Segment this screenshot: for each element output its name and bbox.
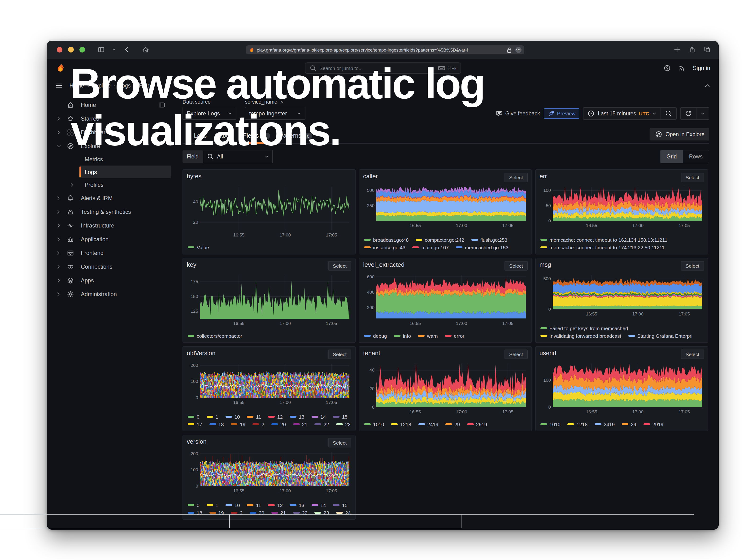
legend-item[interactable]: 1010: [364, 421, 384, 427]
url-options-icon[interactable]: •••: [515, 47, 521, 53]
legend-item[interactable]: collectors/compactor: [188, 333, 242, 339]
legend-item[interactable]: 14: [311, 414, 326, 420]
help-icon[interactable]: [663, 64, 671, 72]
legend-item[interactable]: info: [394, 333, 411, 339]
legend-item[interactable]: 12: [268, 414, 283, 420]
breadcrumb-item-home[interactable]: Home: [70, 83, 84, 89]
legend-item[interactable]: memcache: connect timeout to 174.213.22.…: [540, 244, 664, 250]
new-tab-icon[interactable]: [673, 46, 681, 53]
sidebar-item-alerts-irm[interactable]: Alerts & IRM: [47, 191, 175, 205]
refresh-button[interactable]: [680, 107, 697, 120]
legend-item[interactable]: 23: [336, 421, 350, 427]
sidebar-item-logs[interactable]: Logs: [79, 166, 171, 178]
select-button[interactable]: Select: [681, 350, 704, 359]
chevron-right-icon[interactable]: [55, 235, 62, 243]
give-feedback-button[interactable]: Give feedback: [495, 110, 540, 117]
breadcrumb-item-logs[interactable]: Logs: [119, 83, 131, 89]
legend-item[interactable]: 0: [188, 414, 200, 420]
legend-item[interactable]: error: [445, 333, 464, 339]
sidebar-item-connections[interactable]: Connections: [47, 260, 175, 273]
legend-item[interactable]: 24: [336, 510, 350, 516]
legend-item[interactable]: 29: [622, 421, 636, 427]
legend-item[interactable]: 11: [247, 414, 261, 420]
legend-item[interactable]: 1010: [540, 421, 561, 427]
legend-item[interactable]: debug: [364, 333, 387, 339]
legend-item[interactable]: memcached.go:153: [456, 244, 508, 250]
legend-item[interactable]: Starting Grafana Enterpri: [628, 333, 693, 339]
service-name-select[interactable]: tempo-ingester: [245, 107, 305, 120]
window-zoom-button[interactable]: [79, 47, 85, 52]
select-button[interactable]: Select: [505, 350, 528, 359]
legend-item[interactable]: 21: [293, 421, 307, 427]
window-close-button[interactable]: [57, 47, 63, 52]
select-button[interactable]: Select: [328, 438, 351, 447]
grafana-logo-icon[interactable]: [55, 63, 65, 73]
legend-item[interactable]: 19: [209, 510, 224, 516]
legend-item[interactable]: 1: [207, 414, 218, 420]
legend-item[interactable]: 20: [272, 421, 286, 427]
legend-item[interactable]: 2419: [594, 421, 615, 427]
legend-item[interactable]: 15: [333, 502, 348, 508]
legend-item[interactable]: 13: [290, 414, 304, 420]
select-button[interactable]: Select: [328, 261, 351, 271]
tab-logs[interactable]: Logs: [189, 133, 211, 143]
open-in-explore-button[interactable]: Open in Explore: [650, 128, 709, 140]
legend-item[interactable]: 1218: [568, 421, 588, 427]
breadcrumb-item-fields[interactable]: Fields: [139, 83, 153, 89]
back-icon[interactable]: [123, 46, 131, 53]
sidebar-item-apps[interactable]: Apps: [47, 273, 175, 287]
tab-labels[interactable]: Labels: [211, 133, 238, 143]
news-icon[interactable]: [678, 64, 686, 72]
legend-item[interactable]: 13: [290, 502, 304, 508]
chevron-right-icon[interactable]: [55, 263, 62, 270]
zoom-out-button[interactable]: [661, 107, 677, 120]
sidebar-item-starred[interactable]: Starred: [47, 112, 175, 125]
tabs-overview-icon[interactable]: [704, 46, 711, 53]
select-button[interactable]: Select: [505, 261, 528, 271]
legend-item[interactable]: 18: [209, 421, 224, 427]
legend-item[interactable]: Invalidating forwarded broadcast: [540, 333, 621, 339]
select-button[interactable]: Select: [681, 261, 704, 271]
chevron-right-icon[interactable]: [55, 249, 62, 257]
legend-item[interactable]: 2: [231, 510, 243, 516]
select-button[interactable]: Select: [681, 173, 704, 182]
sidebar-item-home[interactable]: Home: [47, 98, 175, 112]
sidebar-item-frontend[interactable]: Frontend: [47, 246, 175, 260]
search-input[interactable]: Search or jump to... ⌘+k: [305, 63, 461, 74]
sidebar-item-administration[interactable]: Administration: [47, 287, 175, 301]
legend-item[interactable]: 2919: [644, 421, 663, 427]
dock-icon[interactable]: [158, 101, 165, 109]
legend-item[interactable]: 1: [207, 502, 218, 508]
browser-home-icon[interactable]: [142, 46, 149, 53]
legend-item[interactable]: 10: [225, 502, 240, 508]
legend-item[interactable]: 22: [315, 421, 329, 427]
refresh-interval-button[interactable]: [697, 107, 709, 120]
legend-item[interactable]: 2919: [467, 421, 487, 427]
tab-fields[interactable]: Fields1: [238, 133, 275, 143]
data-source-select[interactable]: Explore Logs: [183, 107, 236, 120]
sidebar-item-explore[interactable]: Explore: [47, 139, 175, 153]
sidebar-item-metrics[interactable]: Metrics: [69, 153, 175, 166]
legend-item[interactable]: 17: [188, 421, 202, 427]
legend-item[interactable]: 0: [188, 502, 200, 508]
chevron-right-icon[interactable]: [55, 129, 62, 136]
breadcrumb-item-explore[interactable]: Explore: [92, 83, 111, 89]
field-filter-select[interactable]: All: [203, 150, 273, 163]
legend-item[interactable]: warn: [418, 333, 438, 339]
remove-filter-icon[interactable]: ×: [280, 99, 283, 104]
legend-item[interactable]: Value: [188, 244, 209, 250]
chevron-right-icon[interactable]: [55, 115, 62, 122]
legend-item[interactable]: 12: [268, 502, 283, 508]
legend-item[interactable]: 10: [225, 414, 240, 420]
legend-item[interactable]: 18: [188, 510, 202, 516]
legend-item[interactable]: 2419: [418, 421, 438, 427]
view-toggle-grid[interactable]: Grid: [660, 150, 683, 163]
legend-item[interactable]: 21: [272, 510, 286, 516]
chevron-right-icon[interactable]: [55, 194, 62, 202]
sidebar-toggle-icon[interactable]: [97, 46, 105, 53]
tab-patterns[interactable]: Patterns8: [275, 133, 317, 143]
sidebar-item-testing-synthetics[interactable]: Testing & synthetics: [47, 205, 175, 218]
legend-item[interactable]: 2: [253, 421, 264, 427]
sidebar-item-infrastructure[interactable]: Infrastructure: [47, 218, 175, 232]
legend-item[interactable]: 29: [445, 421, 460, 427]
